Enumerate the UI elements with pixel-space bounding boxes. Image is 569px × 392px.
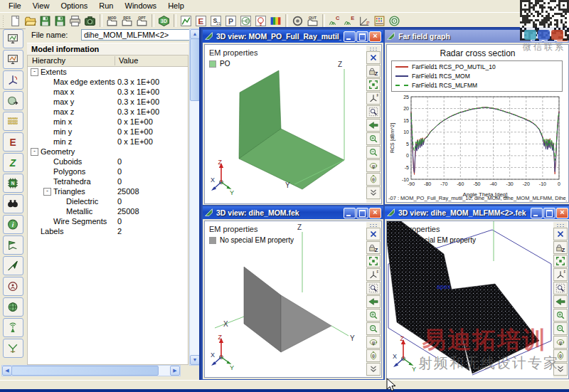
open-out-button[interactable]: OUT <box>305 14 320 28</box>
view-3d-button[interactable]: 3D <box>156 14 171 28</box>
tree-row-triangles[interactable]: -Triangles25008 <box>28 186 188 196</box>
zoom-in-button[interactable] <box>553 309 568 322</box>
save-button[interactable] <box>38 14 53 28</box>
tree-row-polygons[interactable]: Polygons0 <box>28 166 188 176</box>
e-field-button[interactable]: E <box>193 14 208 28</box>
lock-z-button[interactable]: Z <box>366 241 381 254</box>
flag-button[interactable] <box>3 235 23 255</box>
calculator-button[interactable] <box>372 14 387 28</box>
zoom-in-button[interactable] <box>366 309 381 322</box>
zoom-window-button[interactable] <box>553 282 568 295</box>
display-ortho-button[interactable] <box>3 50 23 69</box>
close-button[interactable] <box>556 208 568 218</box>
column-value[interactable]: Value <box>119 56 138 65</box>
smith-button[interactable] <box>238 14 253 28</box>
chip-button[interactable]: N <box>3 174 23 193</box>
window-3d-view-dihe-mom[interactable]: 3D view: dihe_MOM.fek EM properties No s… <box>201 205 385 381</box>
file-name-input[interactable] <box>81 29 191 41</box>
menu-file[interactable]: File <box>3 1 27 11</box>
open-button[interactable] <box>23 14 38 28</box>
column-hierarchy[interactable]: Hierarchy <box>32 56 65 65</box>
expand-button[interactable] <box>366 78 381 91</box>
menu-windows[interactable]: Windows <box>119 1 163 11</box>
tree-row-max-edge-extents[interactable]: Max edge extents0.3 x 1E+00 <box>28 77 188 87</box>
axes3-button[interactable] <box>3 70 23 90</box>
arrow-left-button[interactable] <box>366 295 381 308</box>
tree-row-geometry[interactable]: -Geometry <box>28 147 188 157</box>
zoom-in-button[interactable] <box>366 132 381 145</box>
antenna-tx-button[interactable] <box>3 318 23 337</box>
rotate-phi-button[interactable]: φ <box>366 336 381 349</box>
graph-button[interactable] <box>179 14 193 28</box>
close-small-button[interactable] <box>553 228 568 240</box>
search-button[interactable] <box>3 194 23 213</box>
mesh-button[interactable] <box>3 112 23 131</box>
tree-row-wire-segments[interactable]: Wire Segments0 <box>28 216 188 226</box>
tree-row-extents[interactable]: -Extents <box>28 67 188 77</box>
tree-row-max-x[interactable]: max x0.3 x 1E+00 <box>28 87 188 97</box>
axes-r-button[interactable]: R <box>366 268 381 281</box>
tree-row-max-z[interactable]: max z0.3 x 1E+00 <box>28 107 188 117</box>
expander-icon[interactable]: - <box>31 68 38 76</box>
model-tree[interactable]: -ExtentsMax edge extents0.3 x 1E+00max x… <box>27 66 188 365</box>
current-e-button[interactable]: E <box>342 14 357 28</box>
arrow-left-button[interactable] <box>553 295 568 308</box>
zoom-out-button[interactable] <box>366 146 381 159</box>
target-button[interactable] <box>387 14 402 28</box>
scroll-left-icon[interactable]: ◀ <box>2 366 12 376</box>
scroll-down-icon[interactable]: ▼ <box>190 355 200 365</box>
tree-row-min-z[interactable]: min z0 x 1E+00 <box>28 137 188 147</box>
window-far-field-graph[interactable]: Far field graph Radar cross section FarF… <box>383 28 569 206</box>
expander-icon[interactable]: - <box>43 188 51 196</box>
menu-view[interactable]: View <box>27 1 55 11</box>
minimize-button[interactable] <box>344 31 356 42</box>
print-button[interactable] <box>68 14 83 28</box>
horizontal-scrollbar[interactable]: ◀ ▶ <box>1 365 181 376</box>
more-button[interactable] <box>366 186 381 199</box>
observer-button[interactable] <box>3 277 23 296</box>
tree-row-max-y[interactable]: max y0.3 x 1E+00 <box>28 97 188 107</box>
tree-row-min-x[interactable]: min x0 x 1E+00 <box>28 117 188 127</box>
save-all-button[interactable] <box>53 14 68 28</box>
close-small-button[interactable] <box>366 51 381 64</box>
open-mod-button[interactable]: MOD <box>105 14 119 28</box>
colormap-button[interactable] <box>268 14 283 28</box>
tree-row-cuboids[interactable]: Cuboids0 <box>28 157 188 166</box>
sources-button[interactable] <box>253 14 268 28</box>
display-3d-button[interactable] <box>3 29 23 48</box>
lock-z-button[interactable]: Z <box>366 65 381 78</box>
sphere-button[interactable] <box>3 91 23 110</box>
scrollbar-thumb[interactable] <box>190 38 200 101</box>
minimize-button[interactable] <box>531 208 543 218</box>
record-button[interactable] <box>290 14 305 28</box>
axes-r-button[interactable]: R <box>366 92 381 105</box>
menu-run[interactable]: Run <box>93 1 119 11</box>
scroll-up-icon[interactable]: ▲ <box>190 29 200 39</box>
maximize-button[interactable] <box>356 31 368 42</box>
arrow-left-button[interactable] <box>366 119 381 132</box>
close-button[interactable] <box>369 208 381 218</box>
rotate-phi-button[interactable]: φ <box>366 159 381 172</box>
toolbar-grip[interactable] <box>2 15 5 27</box>
maximize-button[interactable] <box>356 208 368 218</box>
open-opt-button[interactable]: OPT <box>134 14 149 28</box>
snapshot-button[interactable] <box>83 14 97 28</box>
z-impedance-button[interactable]: Z <box>3 153 23 172</box>
tree-row-labels[interactable]: Labels2 <box>28 226 188 236</box>
scrollbar-thumb[interactable] <box>11 366 159 376</box>
tree-row-min-y[interactable]: min y0 x 1E+00 <box>28 127 188 137</box>
tree-row-metallic[interactable]: Metallic25008 <box>28 206 188 216</box>
current-c-button[interactable]: C <box>327 14 342 28</box>
new-button[interactable] <box>8 14 23 28</box>
rotate-theta-button[interactable]: θ <box>366 173 381 186</box>
axes-r-button[interactable]: R <box>553 268 568 281</box>
close-small-button[interactable] <box>366 228 381 240</box>
compass-button[interactable] <box>3 256 23 275</box>
3d-viewport[interactable]: EM properties PO Z Y ZXY ZRφθ <box>204 44 382 204</box>
rotate-phi-button[interactable]: φ <box>553 336 568 349</box>
lock-z-button[interactable]: Z <box>553 241 568 254</box>
scroll-right-icon[interactable]: ▶ <box>170 366 180 376</box>
menu-options[interactable]: Options <box>55 1 93 11</box>
3d-viewport[interactable]: EM properties No special EM property Z X… <box>204 221 382 378</box>
close-button[interactable] <box>369 31 381 42</box>
